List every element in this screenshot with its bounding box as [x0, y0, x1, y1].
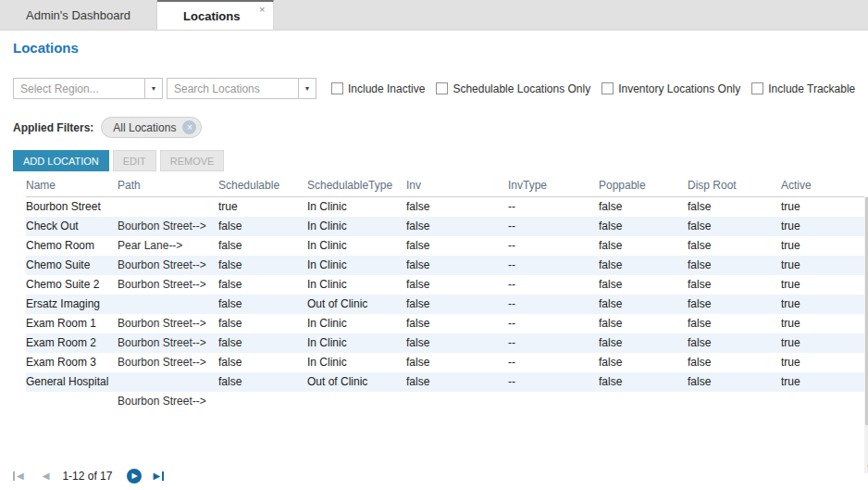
- table-cell: true: [781, 236, 864, 256]
- table-cell: false: [218, 372, 307, 392]
- table-cell: false: [218, 275, 307, 295]
- table-cell: false: [406, 372, 508, 392]
- remove-button[interactable]: REMOVE: [160, 150, 225, 171]
- chevron-down-icon[interactable]: ▼: [144, 79, 162, 98]
- table-cell: false: [406, 197, 508, 218]
- vertical-scrollbar[interactable]: ▼: [864, 196, 868, 473]
- chevron-down-icon[interactable]: ▼: [298, 79, 316, 98]
- table-body: Bourbon StreettrueIn Clinicfalse--falsef…: [26, 197, 864, 412]
- table-row[interactable]: Bourbon Street-->: [26, 392, 864, 411]
- last-page-button[interactable]: ▶: [153, 471, 164, 481]
- table-cell: false: [688, 256, 781, 275]
- table-cell: --: [508, 372, 599, 392]
- table-cell: false: [406, 236, 508, 256]
- table-cell: false: [218, 314, 307, 333]
- table-cell: false: [599, 256, 688, 275]
- table-row[interactable]: Chemo RoomPear Lane-->falseIn Clinicfals…: [26, 236, 864, 256]
- column-header[interactable]: Disp Root: [688, 177, 781, 197]
- region-select-input[interactable]: [14, 79, 144, 98]
- table-cell: false: [599, 314, 688, 333]
- table-cell: Chemo Suite: [26, 256, 118, 275]
- include-inactive-option[interactable]: Include Inactive: [331, 82, 425, 95]
- table-cell: Ersatz Imaging: [26, 295, 118, 314]
- column-header[interactable]: Inv: [406, 177, 508, 197]
- edit-button[interactable]: EDIT: [113, 150, 156, 171]
- table-cell: [781, 392, 864, 411]
- schedulable-locations-only-option[interactable]: Schedulable Locations Only: [436, 82, 590, 95]
- table-cell: --: [508, 333, 599, 353]
- column-header[interactable]: Schedulable: [218, 177, 307, 197]
- table-cell: false: [599, 217, 688, 236]
- table-cell: Bourbon Street-->: [118, 217, 218, 236]
- table-cell: false: [599, 236, 688, 256]
- table-cell: In Clinic: [307, 353, 406, 372]
- table-cell: In Clinic: [307, 256, 406, 275]
- table-row[interactable]: Ersatz ImagingfalseOut of Clinicfalse--f…: [26, 295, 864, 314]
- table-cell: In Clinic: [307, 197, 406, 218]
- search-locations-input[interactable]: [167, 79, 298, 98]
- table-row[interactable]: Bourbon StreettrueIn Clinicfalse--falsef…: [26, 197, 864, 218]
- table-row[interactable]: Check OutBourbon Street-->falseIn Clinic…: [26, 217, 864, 236]
- remove-filter-icon[interactable]: ×: [182, 120, 196, 134]
- table-row[interactable]: General HospitalfalseOut of Clinicfalse-…: [26, 372, 864, 392]
- applied-filters-row: Applied Filters: All Locations ×: [13, 117, 868, 138]
- first-page-button[interactable]: ◀: [13, 471, 24, 481]
- table-header-row: NamePathSchedulableSchedulableTypeInvInv…: [26, 177, 864, 197]
- table-row[interactable]: Exam Room 1Bourbon Street-->falseIn Clin…: [26, 314, 864, 333]
- checkbox-label: Schedulable Locations Only: [453, 82, 590, 95]
- column-header[interactable]: Poppable: [599, 177, 688, 197]
- tab-locations[interactable]: Locations ×: [157, 0, 274, 30]
- table-cell: false: [406, 333, 508, 353]
- table-cell: --: [508, 353, 599, 372]
- inventory-locations-only-option[interactable]: Inventory Locations Only: [601, 82, 740, 95]
- table-cell: [118, 372, 218, 392]
- table-cell: [599, 392, 688, 411]
- column-header[interactable]: InvType: [508, 177, 599, 197]
- table-row[interactable]: Exam Room 2Bourbon Street-->falseIn Clin…: [26, 333, 864, 353]
- table-cell: false: [406, 353, 508, 372]
- region-select[interactable]: ▼: [13, 78, 163, 99]
- column-header[interactable]: Name: [26, 177, 118, 197]
- search-locations-combobox[interactable]: ▼: [167, 78, 316, 99]
- locations-table-container: NamePathSchedulableSchedulableTypeInvInv…: [26, 177, 868, 473]
- column-header[interactable]: Path: [118, 177, 218, 197]
- chip-label: All Locations: [113, 121, 176, 134]
- table-cell: --: [508, 236, 599, 256]
- page-content: Locations ▼ ▼ Include Inactive Schedulab…: [0, 40, 868, 473]
- table-cell: Check Out: [26, 217, 118, 236]
- table-row[interactable]: Chemo SuiteBourbon Street-->falseIn Clin…: [26, 256, 864, 275]
- tab-label: Admin's Dashboard: [26, 8, 130, 22]
- table-cell: true: [781, 197, 864, 218]
- table-cell: [307, 392, 406, 411]
- include-trackable-checkbox[interactable]: [751, 82, 763, 94]
- tab-admins-dashboard[interactable]: Admin's Dashboard: [0, 0, 157, 30]
- include-inactive-checkbox[interactable]: [331, 82, 343, 94]
- table-row[interactable]: Chemo Suite 2Bourbon Street-->falseIn Cl…: [26, 275, 864, 295]
- add-location-button[interactable]: ADD LOCATION: [13, 150, 109, 171]
- table-cell: Exam Room 1: [26, 314, 118, 333]
- table-cell: Chemo Room: [26, 236, 118, 256]
- next-page-button[interactable]: ▶: [127, 469, 142, 484]
- column-header[interactable]: SchedulableType: [307, 177, 406, 197]
- previous-page-button[interactable]: ◀: [43, 471, 50, 481]
- schedulable-locations-only-checkbox[interactable]: [436, 82, 448, 94]
- table-cell: --: [508, 217, 599, 236]
- table-cell: false: [599, 275, 688, 295]
- table-cell: Bourbon Street-->: [118, 275, 218, 295]
- table-cell: [26, 392, 118, 411]
- table-cell: false: [406, 217, 508, 236]
- close-icon[interactable]: ×: [259, 5, 265, 15]
- table-row[interactable]: Exam Room 3Bourbon Street-->falseIn Clin…: [26, 353, 864, 372]
- table-cell: --: [508, 295, 599, 314]
- page-range-text: 1-12 of 17: [62, 470, 112, 483]
- column-header[interactable]: Active: [781, 177, 864, 197]
- table-cell: In Clinic: [307, 236, 406, 256]
- scroll-down-icon[interactable]: ▼: [864, 462, 868, 472]
- inventory-locations-only-checkbox[interactable]: [601, 82, 614, 94]
- table-cell: --: [508, 314, 599, 333]
- include-trackable-option[interactable]: Include Trackable: [751, 82, 855, 95]
- table-cell: false: [406, 314, 508, 333]
- table-cell: Exam Room 2: [26, 333, 118, 353]
- filter-chip-all-locations[interactable]: All Locations ×: [101, 117, 202, 138]
- table-cell: true: [781, 314, 864, 333]
